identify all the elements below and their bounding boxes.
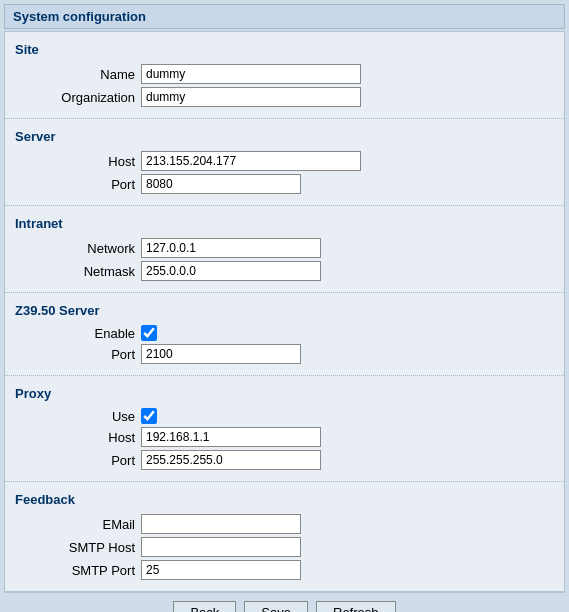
site-name-input[interactable] [141,64,361,84]
feedback-section-label: Feedback [5,488,564,511]
z3950-enable-row: Enable [5,325,564,341]
site-section: Site Name Organization [5,32,564,119]
config-panel: Site Name Organization Server Host Port [4,31,565,592]
site-section-label: Site [5,38,564,61]
feedback-smtp-port-row: SMTP Port [5,560,564,580]
feedback-smtp-host-label: SMTP Host [15,540,135,555]
feedback-section: Feedback EMail SMTP Host SMTP Port [5,482,564,591]
proxy-use-checkbox[interactable] [141,408,157,424]
proxy-host-input[interactable] [141,427,321,447]
proxy-port-input[interactable] [141,450,321,470]
intranet-network-label: Network [15,241,135,256]
z3950-enable-checkbox[interactable] [141,325,157,341]
refresh-button[interactable]: Refresh [316,601,396,612]
proxy-host-row: Host [5,427,564,447]
feedback-email-label: EMail [15,517,135,532]
proxy-port-row: Port [5,450,564,470]
feedback-smtp-host-input[interactable] [141,537,301,557]
intranet-section: Intranet Network Netmask [5,206,564,293]
z3950-enable-label: Enable [15,326,135,341]
site-name-row: Name [5,64,564,84]
server-host-input[interactable] [141,151,361,171]
intranet-section-label: Intranet [5,212,564,235]
site-org-input[interactable] [141,87,361,107]
site-org-row: Organization [5,87,564,107]
feedback-email-row: EMail [5,514,564,534]
z3950-section: Z39.50 Server Enable Port [5,293,564,376]
server-host-row: Host [5,151,564,171]
page-wrapper: System configuration Site Name Organizat… [0,0,569,612]
proxy-host-label: Host [15,430,135,445]
site-name-label: Name [15,67,135,82]
server-port-row: Port [5,174,564,194]
proxy-port-label: Port [15,453,135,468]
proxy-section-label: Proxy [5,382,564,405]
intranet-netmask-input[interactable] [141,261,321,281]
intranet-network-row: Network [5,238,564,258]
back-button[interactable]: Back [173,601,236,612]
server-section: Server Host Port [5,119,564,206]
proxy-use-row: Use [5,408,564,424]
page-title: System configuration [4,4,565,29]
server-host-label: Host [15,154,135,169]
intranet-netmask-row: Netmask [5,261,564,281]
z3950-section-label: Z39.50 Server [5,299,564,322]
feedback-email-input[interactable] [141,514,301,534]
z3950-port-input[interactable] [141,344,301,364]
z3950-port-row: Port [5,344,564,364]
feedback-smtp-host-row: SMTP Host [5,537,564,557]
server-port-input[interactable] [141,174,301,194]
intranet-network-input[interactable] [141,238,321,258]
feedback-smtp-port-label: SMTP Port [15,563,135,578]
save-button[interactable]: Save [244,601,308,612]
proxy-section: Proxy Use Host Port [5,376,564,482]
page-title-text: System configuration [13,9,146,24]
z3950-port-label: Port [15,347,135,362]
intranet-netmask-label: Netmask [15,264,135,279]
site-org-label: Organization [15,90,135,105]
server-section-label: Server [5,125,564,148]
proxy-use-label: Use [15,409,135,424]
feedback-smtp-port-input[interactable] [141,560,301,580]
footer-bar: Back Save Refresh [4,592,565,612]
server-port-label: Port [15,177,135,192]
